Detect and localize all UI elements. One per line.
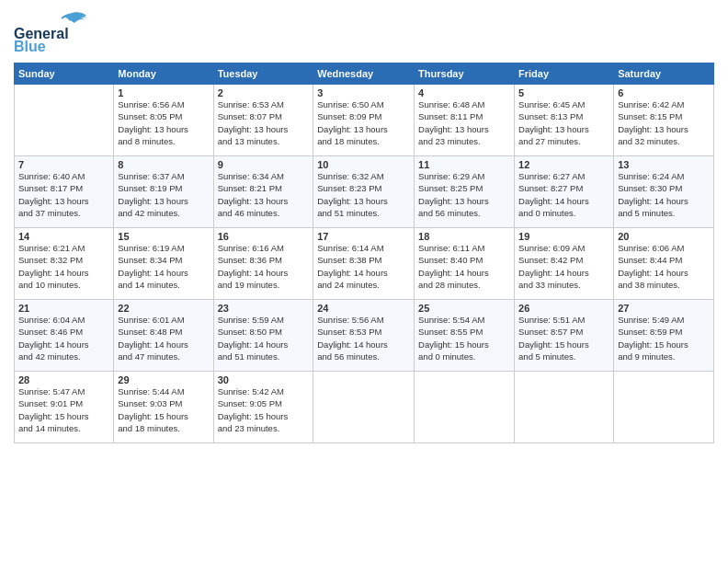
day-number: 25 bbox=[418, 303, 510, 314]
week-row-5: 28Sunrise: 5:47 AM Sunset: 9:01 PM Dayli… bbox=[15, 372, 714, 443]
day-info: Sunrise: 5:51 AM Sunset: 8:57 PM Dayligh… bbox=[518, 314, 609, 362]
day-number: 16 bbox=[218, 231, 310, 242]
calendar-cell: 30Sunrise: 5:42 AM Sunset: 9:05 PM Dayli… bbox=[213, 372, 313, 443]
page: General Blue SundayMondayTuesdayWednesda… bbox=[0, 0, 728, 453]
day-info: Sunrise: 6:24 AM Sunset: 8:30 PM Dayligh… bbox=[618, 170, 710, 219]
calendar-cell: 17Sunrise: 6:14 AM Sunset: 8:38 PM Dayli… bbox=[313, 228, 415, 300]
day-info: Sunrise: 6:32 AM Sunset: 8:23 PM Dayligh… bbox=[317, 170, 410, 219]
day-number: 7 bbox=[18, 159, 109, 170]
calendar-cell: 21Sunrise: 6:04 AM Sunset: 8:46 PM Dayli… bbox=[15, 300, 114, 372]
day-number: 20 bbox=[618, 231, 710, 242]
day-info: Sunrise: 6:09 AM Sunset: 8:42 PM Dayligh… bbox=[518, 242, 609, 291]
day-number: 26 bbox=[518, 303, 609, 314]
day-info: Sunrise: 6:34 AM Sunset: 8:21 PM Dayligh… bbox=[218, 170, 310, 219]
calendar-cell: 24Sunrise: 5:56 AM Sunset: 8:53 PM Dayli… bbox=[313, 300, 415, 372]
day-number: 11 bbox=[418, 159, 510, 170]
day-number: 14 bbox=[18, 231, 109, 242]
day-info: Sunrise: 5:54 AM Sunset: 8:55 PM Dayligh… bbox=[418, 314, 510, 362]
col-header-thursday: Thursday bbox=[415, 63, 515, 85]
day-info: Sunrise: 6:40 AM Sunset: 8:17 PM Dayligh… bbox=[18, 170, 109, 219]
col-header-saturday: Saturday bbox=[614, 63, 714, 85]
day-info: Sunrise: 6:48 AM Sunset: 8:11 PM Dayligh… bbox=[418, 98, 510, 147]
day-info: Sunrise: 6:42 AM Sunset: 8:15 PM Dayligh… bbox=[618, 98, 710, 147]
calendar-cell: 7Sunrise: 6:40 AM Sunset: 8:17 PM Daylig… bbox=[15, 156, 114, 228]
header-row: SundayMondayTuesdayWednesdayThursdayFrid… bbox=[15, 63, 714, 85]
calendar-cell bbox=[515, 372, 614, 443]
col-header-friday: Friday bbox=[515, 63, 614, 85]
calendar-cell: 11Sunrise: 6:29 AM Sunset: 8:25 PM Dayli… bbox=[415, 156, 515, 228]
day-number: 4 bbox=[418, 87, 510, 98]
calendar-cell: 19Sunrise: 6:09 AM Sunset: 8:42 PM Dayli… bbox=[515, 228, 614, 300]
col-header-wednesday: Wednesday bbox=[313, 63, 415, 85]
day-info: Sunrise: 5:47 AM Sunset: 9:01 PM Dayligh… bbox=[18, 385, 109, 434]
day-number: 13 bbox=[618, 159, 710, 170]
calendar-cell: 16Sunrise: 6:16 AM Sunset: 8:36 PM Dayli… bbox=[213, 228, 313, 300]
day-number: 1 bbox=[118, 87, 209, 98]
day-info: Sunrise: 6:01 AM Sunset: 8:48 PM Dayligh… bbox=[118, 314, 209, 362]
day-number: 30 bbox=[218, 374, 310, 385]
day-number: 15 bbox=[118, 231, 209, 242]
calendar-cell: 9Sunrise: 6:34 AM Sunset: 8:21 PM Daylig… bbox=[213, 156, 313, 228]
day-info: Sunrise: 5:42 AM Sunset: 9:05 PM Dayligh… bbox=[218, 385, 310, 434]
day-info: Sunrise: 6:37 AM Sunset: 8:19 PM Dayligh… bbox=[118, 170, 209, 219]
calendar-cell bbox=[415, 372, 515, 443]
calendar-cell: 14Sunrise: 6:21 AM Sunset: 8:32 PM Dayli… bbox=[15, 228, 114, 300]
calendar-cell: 25Sunrise: 5:54 AM Sunset: 8:55 PM Dayli… bbox=[415, 300, 515, 372]
day-info: Sunrise: 6:53 AM Sunset: 8:07 PM Dayligh… bbox=[218, 98, 310, 147]
day-number: 6 bbox=[618, 87, 710, 98]
calendar-cell: 23Sunrise: 5:59 AM Sunset: 8:50 PM Dayli… bbox=[213, 300, 313, 372]
day-info: Sunrise: 6:21 AM Sunset: 8:32 PM Dayligh… bbox=[18, 242, 109, 291]
svg-text:Blue: Blue bbox=[14, 39, 46, 54]
day-number: 9 bbox=[218, 159, 310, 170]
calendar-cell: 10Sunrise: 6:32 AM Sunset: 8:23 PM Dayli… bbox=[313, 156, 415, 228]
day-number: 23 bbox=[218, 303, 310, 314]
calendar-cell: 28Sunrise: 5:47 AM Sunset: 9:01 PM Dayli… bbox=[15, 372, 114, 443]
calendar-cell: 22Sunrise: 6:01 AM Sunset: 8:48 PM Dayli… bbox=[114, 300, 213, 372]
day-number: 2 bbox=[218, 87, 310, 98]
calendar-cell: 26Sunrise: 5:51 AM Sunset: 8:57 PM Dayli… bbox=[515, 300, 614, 372]
week-row-2: 7Sunrise: 6:40 AM Sunset: 8:17 PM Daylig… bbox=[15, 156, 714, 228]
week-row-4: 21Sunrise: 6:04 AM Sunset: 8:46 PM Dayli… bbox=[15, 300, 714, 372]
day-number: 17 bbox=[317, 231, 410, 242]
calendar-cell: 20Sunrise: 6:06 AM Sunset: 8:44 PM Dayli… bbox=[614, 228, 714, 300]
day-info: Sunrise: 5:59 AM Sunset: 8:50 PM Dayligh… bbox=[218, 314, 310, 362]
day-info: Sunrise: 6:56 AM Sunset: 8:05 PM Dayligh… bbox=[118, 98, 209, 147]
logo-svg: General Blue bbox=[14, 9, 97, 55]
day-number: 29 bbox=[118, 374, 209, 385]
day-info: Sunrise: 5:56 AM Sunset: 8:53 PM Dayligh… bbox=[317, 314, 410, 362]
calendar-cell: 13Sunrise: 6:24 AM Sunset: 8:30 PM Dayli… bbox=[614, 156, 714, 228]
calendar-cell: 6Sunrise: 6:42 AM Sunset: 8:15 PM Daylig… bbox=[614, 85, 714, 156]
day-info: Sunrise: 6:29 AM Sunset: 8:25 PM Dayligh… bbox=[418, 170, 510, 219]
calendar-cell bbox=[614, 372, 714, 443]
day-info: Sunrise: 6:19 AM Sunset: 8:34 PM Dayligh… bbox=[118, 242, 209, 291]
calendar-cell bbox=[15, 85, 114, 156]
day-number: 18 bbox=[418, 231, 510, 242]
day-number: 27 bbox=[618, 303, 710, 314]
week-row-3: 14Sunrise: 6:21 AM Sunset: 8:32 PM Dayli… bbox=[15, 228, 714, 300]
day-number: 8 bbox=[118, 159, 209, 170]
calendar-cell: 3Sunrise: 6:50 AM Sunset: 8:09 PM Daylig… bbox=[313, 85, 415, 156]
day-number: 5 bbox=[518, 87, 609, 98]
week-row-1: 1Sunrise: 6:56 AM Sunset: 8:05 PM Daylig… bbox=[15, 85, 714, 156]
day-info: Sunrise: 5:49 AM Sunset: 8:59 PM Dayligh… bbox=[618, 314, 710, 362]
day-info: Sunrise: 6:16 AM Sunset: 8:36 PM Dayligh… bbox=[218, 242, 310, 291]
col-header-sunday: Sunday bbox=[15, 63, 114, 85]
col-header-tuesday: Tuesday bbox=[213, 63, 313, 85]
day-number: 3 bbox=[317, 87, 410, 98]
day-info: Sunrise: 6:14 AM Sunset: 8:38 PM Dayligh… bbox=[317, 242, 410, 291]
calendar-cell: 4Sunrise: 6:48 AM Sunset: 8:11 PM Daylig… bbox=[415, 85, 515, 156]
day-info: Sunrise: 6:50 AM Sunset: 8:09 PM Dayligh… bbox=[317, 98, 410, 147]
calendar-cell: 8Sunrise: 6:37 AM Sunset: 8:19 PM Daylig… bbox=[114, 156, 213, 228]
calendar-cell: 18Sunrise: 6:11 AM Sunset: 8:40 PM Dayli… bbox=[415, 228, 515, 300]
day-info: Sunrise: 6:27 AM Sunset: 8:27 PM Dayligh… bbox=[518, 170, 609, 219]
day-number: 24 bbox=[317, 303, 410, 314]
calendar-cell: 1Sunrise: 6:56 AM Sunset: 8:05 PM Daylig… bbox=[114, 85, 213, 156]
day-number: 12 bbox=[518, 159, 609, 170]
calendar-cell: 12Sunrise: 6:27 AM Sunset: 8:27 PM Dayli… bbox=[515, 156, 614, 228]
day-number: 21 bbox=[18, 303, 109, 314]
header: General Blue bbox=[14, 9, 714, 55]
day-number: 22 bbox=[118, 303, 209, 314]
calendar-cell: 5Sunrise: 6:45 AM Sunset: 8:13 PM Daylig… bbox=[515, 85, 614, 156]
calendar-cell: 27Sunrise: 5:49 AM Sunset: 8:59 PM Dayli… bbox=[614, 300, 714, 372]
logo: General Blue bbox=[14, 9, 97, 55]
